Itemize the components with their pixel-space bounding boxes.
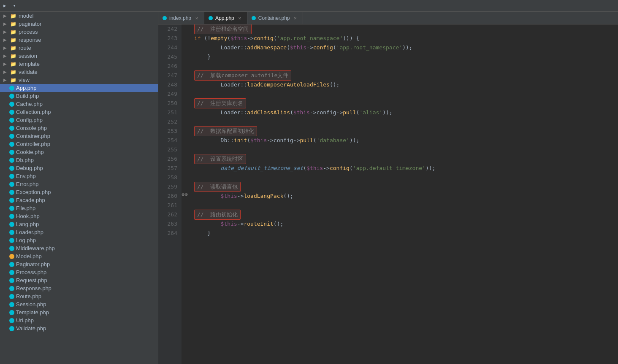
sidebar-item-label: Hook.php (16, 213, 40, 219)
sidebar-arrow: ▶ (3, 46, 9, 50)
sidebar-item[interactable]: Session.php (0, 300, 158, 308)
tab-php-icon (163, 16, 167, 20)
php-icon (9, 270, 14, 275)
sidebar-item[interactable]: Hook.php (0, 212, 158, 220)
sidebar-item[interactable]: Response.php (0, 284, 158, 292)
sidebar-item[interactable]: ▶📁validate (0, 68, 158, 76)
sidebar-arrow: ▶ (3, 78, 9, 82)
sidebar-item[interactable]: Build.php (0, 92, 158, 100)
code-line: // 注册类库别名 (194, 99, 618, 108)
sidebar-item-label: model (19, 13, 33, 19)
line-numbers: 2422432442452462472482492502512522532542… (158, 24, 182, 364)
code-line: if (!empty($this->config('app.root_names… (194, 34, 618, 43)
token-plain: ->config-> (267, 136, 300, 145)
sidebar-item[interactable]: Facade.php (0, 196, 158, 204)
sidebar-item-label: Loader.php (16, 229, 43, 235)
sidebar-item[interactable]: Loader.php (0, 228, 158, 236)
sidebar-item[interactable]: Container.php (0, 132, 158, 140)
sidebar-item[interactable]: Env.php (0, 172, 158, 180)
sidebar-item[interactable]: Log.php (0, 236, 158, 244)
sidebar-item[interactable]: Middleware.php (0, 244, 158, 252)
php-icon (9, 166, 14, 171)
php-icon (9, 222, 14, 227)
sidebar-item[interactable]: ▶📁session (0, 52, 158, 60)
tab-app[interactable]: App.php× (204, 12, 247, 24)
sidebar-item[interactable]: Error.php (0, 180, 158, 188)
sidebar-item-label: Cache.php (16, 101, 43, 107)
code-line: Loader::addClassAlias($this->config->pul… (194, 108, 618, 117)
sidebar-item[interactable]: Paginator.php (0, 260, 158, 268)
token-plain: (); (330, 80, 339, 89)
token-italic: date_default_timezone_set (194, 164, 303, 173)
sidebar-item[interactable]: ▶📁model (0, 12, 158, 20)
line-number: 253 (158, 127, 182, 136)
title-dropdown-icon[interactable]: ▾ (13, 3, 16, 8)
sidebar-item-label: Build.php (16, 93, 39, 99)
sidebar-item[interactable]: Config.php (0, 116, 158, 124)
sidebar-item[interactable]: Debug.php (0, 164, 158, 172)
sidebar-item[interactable]: Lang.php (0, 220, 158, 228)
sidebar-item[interactable]: ▶📁process (0, 28, 158, 36)
code-line: // 数据库配置初始化 (194, 127, 618, 136)
php-icon (9, 206, 14, 211)
code-content[interactable]: 2422432442452462472482492502512522532542… (158, 24, 618, 364)
sidebar-item-label: Exception.php (16, 189, 51, 195)
sidebar-item[interactable]: App.php (0, 84, 158, 92)
tab-container[interactable]: Container.php× (247, 12, 303, 24)
sidebar-item[interactable]: Route.php (0, 292, 158, 300)
sidebar-item[interactable]: Console.php (0, 124, 158, 132)
code-line: Db::init($this->config->pull('database')… (194, 136, 618, 145)
sidebar-item-label: Session.php (16, 301, 46, 307)
token-string: 'alias' (359, 108, 382, 117)
token-method: pull (300, 136, 313, 145)
sidebar-item[interactable]: ▶📁template (0, 60, 158, 68)
sidebar-item-label: Facade.php (16, 197, 45, 203)
sidebar-item[interactable]: Validate.php (0, 324, 158, 332)
token-plain: Loader (194, 43, 241, 52)
folder-icon: 📁 (9, 53, 17, 59)
sidebar-item[interactable]: ▶📁view (0, 76, 158, 84)
sidebar-item-label: paginator (19, 21, 41, 27)
tab-index[interactable]: index.php× (158, 12, 204, 24)
token-this: $this (290, 43, 306, 52)
token-plain: -> (323, 164, 330, 173)
sidebar-item-label: Template.php (16, 309, 49, 315)
main-layout: ▶📁model▶📁paginator▶📁process▶📁response▶📁r… (0, 12, 618, 364)
php-icon-orange (9, 254, 14, 259)
sidebar-item[interactable]: Db.php (0, 156, 158, 164)
line-number: 254 (158, 136, 182, 145)
tab-close-button[interactable]: × (293, 15, 298, 21)
fold-marker[interactable]: ⊖ (185, 190, 188, 199)
comment-highlight: // 设置系统时区 (194, 154, 246, 164)
token-plain: Loader (194, 80, 241, 89)
php-icon (9, 118, 14, 123)
php-icon (9, 126, 14, 131)
sidebar-item-label: validate (19, 69, 38, 75)
sidebar-item[interactable]: Cache.php (0, 100, 158, 108)
sidebar-item[interactable]: Cookie.php (0, 148, 158, 156)
sidebar-item[interactable]: Collection.php (0, 108, 158, 116)
sidebar-item-label: Middleware.php (16, 245, 55, 251)
sidebar-item[interactable]: Exception.php (0, 188, 158, 196)
sidebar-item-label: Model.php (16, 253, 42, 259)
tab-php-icon (252, 16, 256, 20)
sidebar-item[interactable]: File.php (0, 204, 158, 212)
sidebar-item-label: Container.php (16, 133, 50, 139)
sidebar-item[interactable]: Model.php (0, 252, 158, 260)
sidebar-item[interactable]: Controller.php (0, 140, 158, 148)
fold-marker[interactable]: ⊖ (182, 190, 184, 199)
php-icon (9, 190, 14, 195)
sidebar-item[interactable]: ▶📁paginator (0, 20, 158, 28)
sidebar-item[interactable]: Template.php (0, 308, 158, 316)
token-keyword: if (194, 34, 201, 43)
tab-close-button[interactable]: × (237, 15, 243, 21)
sidebar-item[interactable]: Url.php (0, 316, 158, 324)
sidebar-item[interactable]: ▶📁route (0, 44, 158, 52)
sidebar-item[interactable]: Request.php (0, 276, 158, 284)
token-plain: Db (194, 136, 227, 145)
sidebar-item[interactable]: ▶📁response (0, 36, 158, 44)
sidebar-item[interactable]: Process.php (0, 268, 158, 276)
tab-close-button[interactable]: × (194, 15, 200, 21)
token-this: $this (230, 34, 247, 43)
line-number: 262 (158, 210, 182, 219)
